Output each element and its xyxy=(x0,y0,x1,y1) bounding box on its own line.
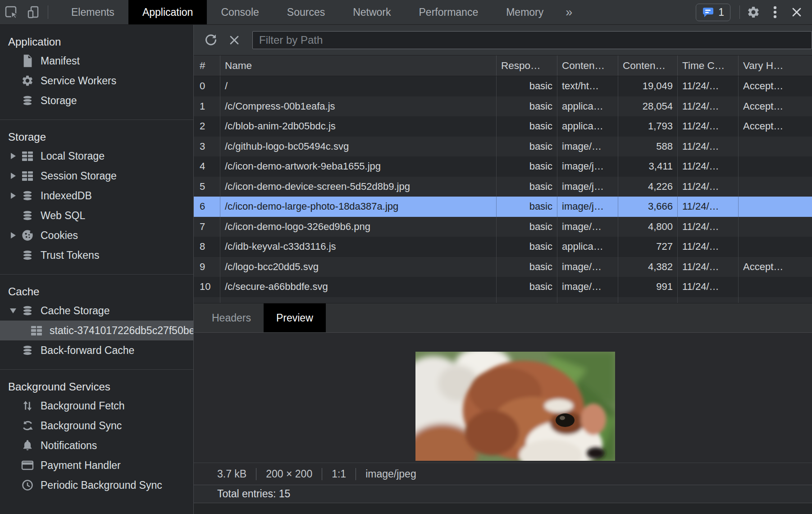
cell-2-0: 2 xyxy=(194,116,220,137)
table-row[interactable]: 0/basictext/ht…19,04911/24/…Accept… xyxy=(194,76,812,96)
issues-button[interactable]: 1 xyxy=(696,4,730,21)
chevron-down-icon[interactable] xyxy=(6,308,20,313)
sidebar-item-notifications[interactable]: Notifications xyxy=(0,436,193,455)
cell-1-4: 28,054 xyxy=(618,96,678,117)
column-header-0[interactable]: # xyxy=(194,55,220,76)
sidebar-item-background-sync[interactable]: Background Sync xyxy=(0,416,193,436)
sidebar-item-indexeddb[interactable]: IndexedDB xyxy=(0,186,193,206)
panel-tab-application[interactable]: Application xyxy=(128,0,207,24)
sidebar-item-back-forward-cache[interactable]: Back-forward Cache xyxy=(0,340,193,360)
sidebar-item-web-sql[interactable]: Web SQL xyxy=(0,206,193,225)
cell-2-4: 1,793 xyxy=(618,116,678,137)
table-row[interactable]: 5/c/icon-demo-device-screen-5d52d8b9.jpg… xyxy=(194,177,812,197)
clear-filter-button[interactable] xyxy=(223,35,246,46)
sidebar-item-periodic-background-sync[interactable]: Periodic Background Sync xyxy=(0,475,193,495)
cell-9-6: Accept… xyxy=(739,257,812,277)
table-row[interactable]: 11/c/simple-253b3ad5.svgbasicimage/…3771… xyxy=(194,297,812,303)
cell-9-3: image/… xyxy=(557,257,618,277)
sidebar-item-cookies[interactable]: Cookies xyxy=(0,225,193,245)
table-row[interactable]: 4/c/icon-demo-artwork-9eba1655.jpgbasici… xyxy=(194,156,812,177)
status-item-1: 200 × 200 xyxy=(256,468,322,480)
table-row[interactable]: 9/c/logo-bcc20dd5.svgbasicimage/…4,38211… xyxy=(194,257,812,277)
sidebar-item-local-storage[interactable]: Local Storage xyxy=(0,146,193,166)
preview-image xyxy=(415,352,615,461)
column-header-4[interactable]: Conten… xyxy=(618,55,678,76)
column-header-1[interactable]: Name xyxy=(220,55,497,76)
sidebar-section-title: Cache xyxy=(0,285,193,301)
sidebar-item-static-3741017226db5c27f50be[interactable]: static-3741017226db5c27f50be xyxy=(0,321,193,340)
panel-tab-console[interactable]: Console xyxy=(207,0,273,24)
column-header-2[interactable]: Respo… xyxy=(497,55,557,76)
sidebar-item-manifest[interactable]: Manifest xyxy=(0,51,193,71)
column-header-6[interactable]: Vary H… xyxy=(739,55,812,76)
devtools-menu-button[interactable] xyxy=(764,5,786,19)
refresh-button[interactable] xyxy=(199,33,223,47)
inspect-cursor-icon xyxy=(4,5,18,19)
table-row[interactable]: 8/c/idb-keyval-c33d3116.jsbasicapplica…7… xyxy=(194,237,812,257)
column-header-5[interactable]: Time C… xyxy=(678,55,739,76)
panel-tab-performance[interactable]: Performance xyxy=(405,0,493,24)
cell-9-5: 11/24/… xyxy=(678,257,739,277)
image-status-bar: 3.7 kB200 × 2001:1image/jpeg xyxy=(194,463,812,485)
sidebar-item-storage[interactable]: Storage xyxy=(0,91,193,110)
sidebar-item-session-storage[interactable]: Session Storage xyxy=(0,166,193,186)
panel-tab-sources[interactable]: Sources xyxy=(273,0,339,24)
panel-tab-network[interactable]: Network xyxy=(339,0,405,24)
sidebar-item-payment-handler[interactable]: Payment Handler xyxy=(0,455,193,475)
tab-preview[interactable]: Preview xyxy=(264,303,326,332)
inspect-element-button[interactable] xyxy=(0,0,23,24)
table-row[interactable]: 2/c/blob-anim-2db05bdc.jsbasicapplica…1,… xyxy=(194,116,812,137)
panel-tab-elements[interactable]: Elements xyxy=(57,0,128,24)
tab-headers[interactable]: Headers xyxy=(199,303,264,332)
panel-tabs: ElementsApplicationConsoleSourcesNetwork… xyxy=(57,0,557,24)
cell-3-6 xyxy=(739,137,812,157)
chevron-right-icon[interactable] xyxy=(6,232,20,239)
table-row[interactable]: 3/c/github-logo-bc05494c.svgbasicimage/…… xyxy=(194,137,812,157)
sidebar-item-background-fetch[interactable]: Background Fetch xyxy=(0,396,193,416)
database-icon xyxy=(20,209,35,222)
table-row[interactable]: 10/c/secure-a66bbdfe.svgbasicimage/…9911… xyxy=(194,277,812,297)
status-item-0: 3.7 kB xyxy=(217,468,256,480)
cell-9-4: 4,382 xyxy=(618,257,678,277)
cell-9-2: basic xyxy=(497,257,557,277)
sidebar-section-application: ApplicationManifestService WorkersStorag… xyxy=(0,25,193,119)
more-tabs-button[interactable]: » xyxy=(557,0,580,24)
sidebar-item-service-workers[interactable]: Service Workers xyxy=(0,71,193,91)
cell-0-0: 0 xyxy=(194,76,220,96)
table-row[interactable]: 7/c/icon-demo-logo-326ed9b6.pngbasicimag… xyxy=(194,217,812,237)
panel-tab-memory[interactable]: Memory xyxy=(492,0,557,24)
sidebar-item-cache-storage[interactable]: Cache Storage xyxy=(0,301,193,321)
total-entries-label: Total entries: 15 xyxy=(217,488,290,500)
cell-5-4: 4,226 xyxy=(618,177,678,197)
sidebar-item-label: static-3741017226db5c27f50be xyxy=(50,325,193,337)
toggle-device-toolbar-button[interactable] xyxy=(23,0,45,24)
gear-icon xyxy=(747,5,760,19)
sidebar-item-label: Cache Storage xyxy=(41,305,109,317)
filter-by-path-input[interactable] xyxy=(252,31,812,49)
chevron-right-icon[interactable] xyxy=(6,173,20,179)
cell-7-3: image/… xyxy=(557,217,618,237)
cell-8-6 xyxy=(739,237,812,257)
cell-10-4: 991 xyxy=(618,277,678,297)
chevron-right-icon[interactable] xyxy=(6,153,20,159)
sidebar-item-trust-tokens[interactable]: Trust Tokens xyxy=(0,245,193,265)
settings-button[interactable] xyxy=(743,5,764,19)
table-row[interactable]: 1/c/Compress-00b1eafa.jsbasicapplica…28,… xyxy=(194,96,812,117)
table-row[interactable]: 6/c/icon-demo-large-photo-18da387a.jpgba… xyxy=(194,197,812,217)
clear-icon xyxy=(229,35,240,46)
refresh-icon xyxy=(204,33,218,47)
cell-6-4: 3,666 xyxy=(618,197,678,217)
cell-8-2: basic xyxy=(497,237,557,257)
cookie-icon xyxy=(20,229,35,242)
sidebar-item-label: Manifest xyxy=(41,55,80,67)
sidebar-item-label: Session Storage xyxy=(41,170,117,182)
cell-3-5: 11/24/… xyxy=(678,137,739,157)
cell-8-0: 8 xyxy=(194,237,220,257)
cell-0-1: / xyxy=(220,76,497,96)
cell-1-0: 1 xyxy=(194,96,220,117)
cell-0-3: text/ht… xyxy=(557,76,618,96)
cell-7-2: basic xyxy=(497,217,557,237)
chevron-right-icon[interactable] xyxy=(6,193,20,199)
column-header-3[interactable]: Conten… xyxy=(557,55,618,76)
close-devtools-button[interactable] xyxy=(786,7,807,18)
